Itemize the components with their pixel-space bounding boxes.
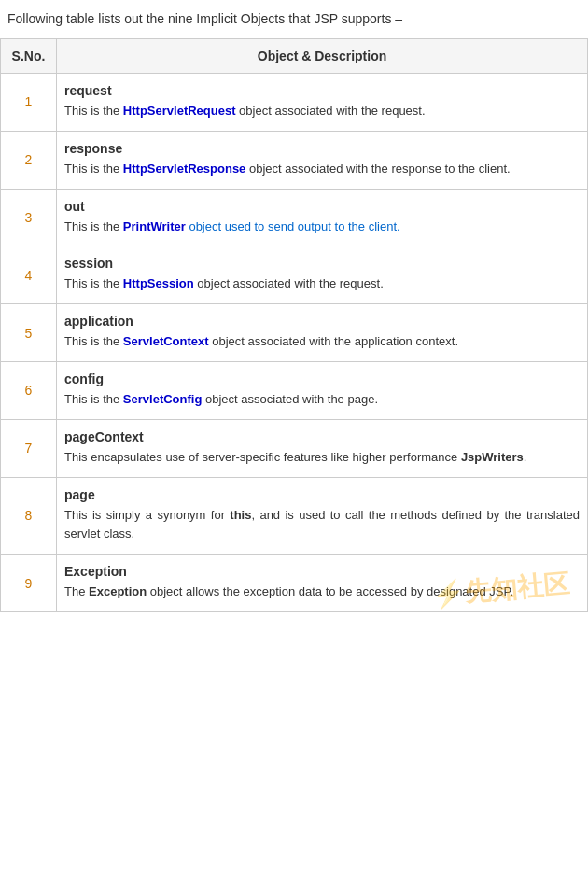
object-name: Exception [64,564,580,579]
row-sno: 3 [1,189,57,246]
table-row: 8pageThis is simply a synonym for this, … [1,477,588,555]
object-desc: This is the HttpSession object associate… [64,274,580,294]
row-description: ExceptionThe Exception object allows the… [57,555,588,612]
object-name: application [64,314,580,329]
object-name: response [64,141,580,156]
object-desc: This is the ServletConfig object associa… [64,390,580,410]
object-name: out [64,199,580,214]
header-sno: S.No. [1,39,57,74]
intro-text: Following table lists out the nine Impli… [0,0,588,38]
row-description: sessionThis is the HttpSession object as… [57,246,588,304]
table-row: 2responseThis is the HttpServletResponse… [1,131,588,189]
row-description: pageThis is simply a synonym for this, a… [57,477,588,555]
object-name: request [64,83,580,98]
object-name: config [64,372,580,386]
table-row: 6configThis is the ServletConfig object … [1,361,588,419]
object-desc: This is the HttpServletResponse object a… [64,160,580,179]
object-desc: This is simply a synonym for this, and i… [64,506,580,545]
object-desc: This is the HttpServletRequest object as… [64,102,580,121]
header-obj-desc: Object & Description [57,39,588,74]
object-name: page [64,487,580,502]
object-name: session [64,256,580,271]
table-row: 3outThis is the PrintWriter object used … [1,189,588,246]
object-desc: This is the ServletContext object associ… [64,332,580,352]
row-sno: 4 [1,246,57,304]
row-description: configThis is the ServletConfig object a… [57,361,588,419]
row-description: requestThis is the HttpServletRequest ob… [57,74,588,132]
row-sno: 6 [1,361,57,419]
table-row: 1requestThis is the HttpServletRequest o… [1,74,588,132]
table-row: 7pageContextThis encapsulates use of ser… [1,419,588,477]
object-name: pageContext [64,429,580,444]
implicit-objects-table: S.No. Object & Description 1requestThis … [0,38,588,612]
table-row: 5applicationThis is the ServletContext o… [1,304,588,362]
row-sno: 7 [1,419,57,477]
row-description: applicationThis is the ServletContext ob… [57,304,588,362]
row-sno: 1 [1,74,57,132]
row-description: pageContextThis encapsulates use of serv… [57,419,588,477]
table-row: 9ExceptionThe Exception object allows th… [1,555,588,612]
row-description: outThis is the PrintWriter object used t… [57,189,588,246]
table-row: 4sessionThis is the HttpSession object a… [1,246,588,304]
object-desc: This encapsulates use of server-specific… [64,448,580,468]
object-desc: The Exception object allows the exceptio… [64,583,580,602]
row-sno: 2 [1,131,57,189]
row-sno: 8 [1,477,57,555]
row-sno: 5 [1,304,57,362]
object-desc: This is the PrintWriter object used to s… [64,218,580,237]
row-sno: 9 [1,555,57,612]
row-description: responseThis is the HttpServletResponse … [57,131,588,189]
